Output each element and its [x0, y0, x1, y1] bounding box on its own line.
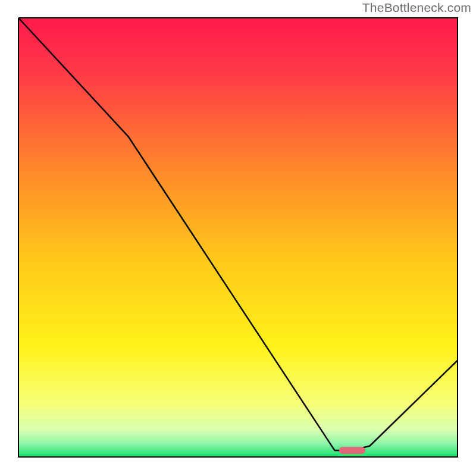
watermark: TheBottleneck.com: [362, 1, 471, 15]
optimal-marker: [339, 447, 365, 454]
bottleneck-chart: [0, 0, 476, 476]
plot-background: [18, 18, 458, 457]
